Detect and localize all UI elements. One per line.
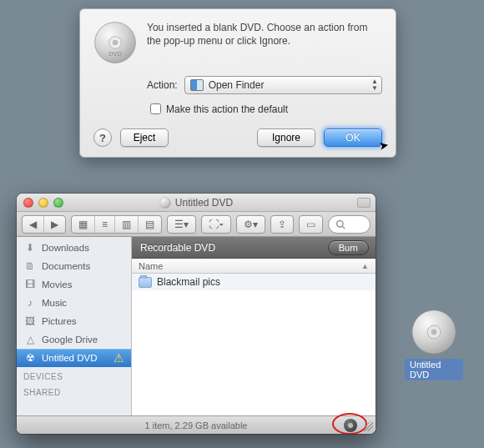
dialog-message: You inserted a blank DVD. Choose an acti… [147, 21, 382, 64]
sidebar-item-music[interactable]: ♪Music [17, 294, 131, 312]
main-pane: Recordable DVD Burn Name ▲ Blackmail pic… [132, 237, 376, 415]
dropbox-button[interactable]: ⛶▾ [201, 215, 231, 234]
minimize-icon[interactable] [38, 198, 48, 208]
sidebar-item-pictures[interactable]: 🖼Pictures [17, 312, 131, 330]
sidebar-item-movies[interactable]: 🎞Movies [17, 275, 131, 294]
search-icon [335, 219, 345, 229]
blank-dvd-dialog: DVD You inserted a blank DVD. Choose an … [79, 8, 396, 158]
burn-status-icon[interactable] [344, 419, 357, 432]
arrange-menu[interactable]: ☰▾ [167, 215, 196, 234]
status-bar: 1 item, 2.29 GB available [17, 415, 376, 434]
window-title: Untitled DVD [175, 197, 233, 209]
cursor-icon: ➤ [378, 138, 391, 153]
list-item[interactable]: Blackmail pics [132, 274, 376, 290]
folder-icon [139, 277, 152, 288]
column-header-name[interactable]: Name ▲ [132, 259, 376, 274]
ok-button[interactable]: OK [324, 128, 382, 147]
finder-icon [190, 79, 204, 91]
action-popup[interactable]: Open Finder ▲▼ [184, 76, 382, 94]
tags-button[interactable]: ▭ [299, 215, 323, 234]
svg-line-7 [342, 226, 345, 229]
sidebar-section-shared[interactable]: SHARED [17, 383, 131, 399]
back-button[interactable]: ◀ [23, 216, 44, 233]
burn-button[interactable]: Burn [328, 240, 369, 255]
view-coverflow-button[interactable]: ▤ [139, 216, 161, 233]
recordable-dvd-banner: Recordable DVD Burn [132, 237, 376, 259]
documents-icon: 🗎 [23, 259, 37, 273]
drive-icon: △ [23, 333, 37, 346]
action-label: Action: [147, 79, 178, 91]
banner-title: Recordable DVD [140, 242, 215, 254]
action-menu[interactable]: ⚙▾ [236, 215, 265, 234]
view-icons-button[interactable]: ▦ [72, 216, 95, 233]
action-popup-value: Open Finder [209, 79, 265, 91]
updown-icon: ▲▼ [371, 78, 378, 92]
sidebar: ⬇Downloads 🗎Documents 🎞Movies ♪Music 🖼Pi… [17, 237, 132, 415]
nav-back-forward: ◀ ▶ [22, 215, 66, 234]
sort-asc-icon: ▲ [361, 262, 369, 270]
sidebar-item-downloads[interactable]: ⬇Downloads [17, 239, 131, 257]
default-action-checkbox[interactable] [150, 103, 161, 114]
finder-window: Untitled DVD ◀ ▶ ▦ ≡ ▥ ▤ ☰▾ ⛶▾ ⚙▾ ⇪ ▭ ⬇D… [17, 194, 376, 434]
svg-point-10 [431, 330, 437, 335]
music-icon: ♪ [23, 296, 37, 310]
burn-disc-icon: ☢ [23, 351, 37, 365]
svg-point-6 [337, 220, 344, 227]
sidebar-section-devices[interactable]: DEVICES [17, 367, 131, 383]
view-list-button[interactable]: ≡ [95, 216, 115, 233]
sidebar-item-documents[interactable]: 🗎Documents [17, 257, 131, 275]
toolbar: ◀ ▶ ▦ ≡ ▥ ▤ ☰▾ ⛶▾ ⚙▾ ⇪ ▭ [17, 212, 376, 237]
close-icon[interactable] [23, 198, 33, 208]
zoom-icon[interactable] [53, 198, 63, 208]
default-action-label: Make this action the default [166, 103, 288, 115]
search-input[interactable] [328, 215, 371, 234]
view-columns-button[interactable]: ▥ [115, 216, 139, 233]
pictures-icon: 🖼 [23, 315, 37, 328]
sidebar-item-google-drive[interactable]: △Google Drive [17, 330, 131, 349]
resize-grip-icon[interactable] [363, 421, 373, 431]
disc-icon [159, 197, 171, 209]
svg-text:DVD: DVD [108, 50, 121, 58]
toolbar-toggle-icon[interactable] [357, 198, 371, 208]
eject-button[interactable]: Eject [120, 128, 169, 147]
svg-point-5 [164, 201, 166, 204]
desktop-dvd-icon[interactable]: Untitled DVD [405, 309, 463, 380]
ignore-button[interactable]: Ignore [257, 128, 315, 147]
downloads-icon: ⬇ [23, 241, 37, 254]
share-button[interactable]: ⇪ [270, 215, 294, 234]
file-name: Blackmail pics [157, 276, 220, 288]
file-list[interactable]: Blackmail pics [132, 274, 376, 415]
disc-icon [411, 309, 457, 355]
dvd-icon: DVD [93, 21, 137, 64]
forward-button[interactable]: ▶ [44, 216, 65, 233]
sidebar-item-untitled-dvd[interactable]: ☢ Untitled DVD ⚠ [17, 349, 131, 367]
movies-icon: 🎞 [23, 278, 37, 291]
help-button[interactable]: ? [93, 128, 112, 147]
warning-badge-icon: ⚠ [113, 351, 124, 365]
svg-point-4 [159, 197, 170, 208]
desktop-icon-label: Untitled DVD [405, 359, 463, 380]
svg-point-2 [113, 40, 118, 46]
view-switcher: ▦ ≡ ▥ ▤ [71, 215, 162, 234]
status-text: 1 item, 2.29 GB available [145, 420, 248, 430]
titlebar[interactable]: Untitled DVD [17, 194, 376, 212]
